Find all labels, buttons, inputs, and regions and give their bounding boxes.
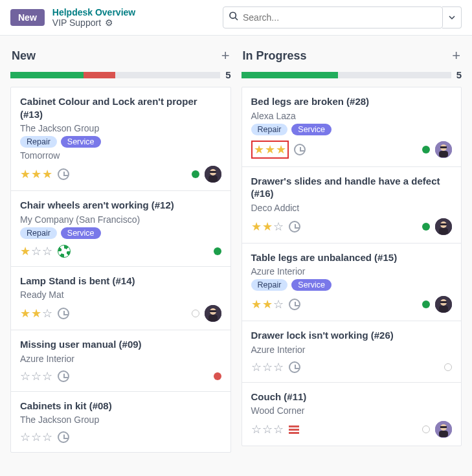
tag-service[interactable]: Service — [61, 136, 101, 148]
star-icon[interactable]: ☆ — [251, 422, 262, 436]
star-icon[interactable]: ★ — [251, 220, 262, 234]
star-icon[interactable]: ★ — [262, 297, 273, 312]
kanban-card[interactable]: Table legs are unbalanced (#15) Azure In… — [242, 244, 462, 322]
star-icon[interactable]: ★ — [251, 297, 262, 312]
clock-icon[interactable] — [294, 144, 306, 155]
star-icon[interactable]: ★ — [254, 142, 264, 157]
star-icon[interactable]: ☆ — [20, 430, 30, 444]
card-title[interactable]: Missing user manual (#09) — [20, 338, 221, 351]
tag-service[interactable]: Service — [61, 227, 101, 239]
star-icon[interactable]: ☆ — [262, 360, 273, 374]
tag-repair[interactable]: Repair — [20, 227, 57, 239]
star-icon[interactable]: ☆ — [273, 422, 284, 436]
star-icon[interactable]: ☆ — [273, 360, 284, 374]
sla-icon[interactable] — [58, 245, 71, 258]
card-title[interactable]: Chair wheels aren't working (#12) — [20, 199, 221, 212]
card-title[interactable]: Drawer's slides and handle have a defect… — [251, 175, 453, 200]
star-icon[interactable]: ☆ — [42, 306, 52, 321]
tag-service[interactable]: Service — [291, 124, 332, 135]
card-title[interactable]: Cabinets in kit (#08) — [20, 400, 221, 413]
activity-bars-icon[interactable] — [289, 425, 299, 434]
star-icon[interactable]: ☆ — [31, 244, 41, 258]
kanban-card[interactable]: Cabinet Colour and Lock aren't proper (#… — [11, 87, 230, 191]
priority-stars[interactable]: ★★☆ — [251, 297, 284, 312]
assignee-avatar[interactable] — [435, 421, 452, 438]
star-icon[interactable]: ★ — [262, 220, 273, 234]
card-title[interactable]: Lamp Stand is bent (#14) — [20, 275, 221, 288]
kanban-card[interactable]: Cabinets in kit (#08) The Jackson Group … — [11, 392, 230, 453]
card-title[interactable]: Couch (#11) — [251, 391, 453, 403]
priority-stars[interactable]: ★★☆ — [20, 306, 52, 321]
card-title[interactable]: Table legs are unbalanced (#15) — [251, 251, 453, 264]
clock-icon[interactable] — [289, 221, 300, 232]
priority-stars[interactable]: ☆☆☆ — [20, 430, 52, 444]
add-card-button[interactable]: + — [221, 47, 230, 64]
search-box[interactable] — [223, 6, 443, 28]
priority-stars[interactable]: ★★★ — [254, 142, 286, 157]
assignee-avatar[interactable] — [435, 141, 452, 158]
star-icon[interactable]: ☆ — [273, 297, 284, 312]
state-dot[interactable] — [214, 372, 221, 380]
assignee-avatar[interactable] — [205, 166, 221, 183]
priority-stars[interactable]: ★☆☆ — [20, 244, 52, 258]
tag-repair[interactable]: Repair — [251, 279, 288, 291]
kanban-card[interactable]: Drawer's slides and handle have a defect… — [242, 167, 462, 244]
star-icon[interactable]: ★ — [42, 167, 52, 181]
card-title[interactable]: Bed legs are broken (#28) — [251, 95, 453, 108]
star-icon[interactable]: ★ — [20, 244, 30, 258]
tag-repair[interactable]: Repair — [251, 124, 288, 135]
star-icon[interactable]: ☆ — [262, 422, 273, 436]
kanban-card[interactable]: Couch (#11) Wood Corner ☆☆☆ — [242, 383, 462, 446]
clock-icon[interactable] — [58, 431, 69, 443]
clock-icon[interactable] — [289, 361, 300, 373]
kanban-card[interactable]: Chair wheels aren't working (#12) My Com… — [11, 191, 230, 267]
priority-stars[interactable]: ★★☆ — [251, 220, 284, 234]
clock-icon[interactable] — [58, 168, 69, 180]
clock-icon[interactable] — [58, 308, 69, 319]
state-dot[interactable] — [192, 170, 199, 178]
priority-stars[interactable]: ☆☆☆ — [251, 360, 284, 374]
star-icon[interactable]: ★ — [20, 306, 30, 321]
star-icon[interactable]: ☆ — [31, 369, 41, 383]
clock-icon[interactable] — [289, 299, 300, 310]
kanban-card[interactable]: Missing user manual (#09) Azure Interior… — [11, 330, 230, 392]
star-icon[interactable]: ★ — [31, 167, 41, 181]
priority-stars[interactable]: ☆☆☆ — [251, 422, 284, 436]
assignee-avatar[interactable] — [205, 305, 221, 322]
search-input[interactable] — [243, 12, 437, 23]
star-icon[interactable]: ★ — [276, 142, 286, 157]
assignee-avatar[interactable] — [435, 218, 452, 235]
star-icon[interactable]: ☆ — [20, 369, 30, 383]
star-icon[interactable]: ☆ — [42, 244, 52, 258]
star-icon[interactable]: ☆ — [273, 220, 284, 234]
state-dot[interactable] — [422, 146, 430, 153]
state-dot[interactable] — [422, 425, 430, 433]
assignee-avatar[interactable] — [435, 296, 452, 313]
state-dot[interactable] — [214, 247, 221, 255]
star-icon[interactable]: ★ — [31, 306, 41, 321]
priority-stars[interactable]: ★★★ — [20, 167, 52, 181]
search-dropdown-button[interactable] — [442, 6, 462, 28]
add-card-button[interactable]: + — [452, 47, 460, 64]
star-icon[interactable]: ☆ — [251, 360, 262, 374]
state-dot[interactable] — [444, 363, 452, 371]
star-icon[interactable]: ☆ — [42, 369, 52, 383]
star-icon[interactable]: ☆ — [31, 430, 41, 444]
star-icon[interactable]: ☆ — [42, 430, 52, 444]
tag-repair[interactable]: Repair — [20, 136, 57, 148]
priority-stars[interactable]: ☆☆☆ — [20, 369, 52, 383]
state-dot[interactable] — [192, 310, 199, 317]
card-title[interactable]: Cabinet Colour and Lock aren't proper (#… — [20, 95, 221, 120]
state-dot[interactable] — [422, 300, 430, 308]
kanban-card[interactable]: Drawer lock isn't working (#26) Azure In… — [242, 321, 462, 383]
card-title[interactable]: Drawer lock isn't working (#26) — [251, 329, 453, 342]
state-dot[interactable] — [422, 223, 430, 231]
new-record-button[interactable]: New — [10, 9, 45, 26]
tag-service[interactable]: Service — [291, 279, 332, 291]
star-icon[interactable]: ★ — [265, 142, 275, 157]
clock-icon[interactable] — [58, 370, 69, 382]
kanban-card[interactable]: Lamp Stand is bent (#14) Ready Mat ★★☆ — [11, 267, 230, 331]
kanban-card[interactable]: Bed legs are broken (#28) Alexa Laza Rep… — [242, 87, 462, 167]
gear-icon[interactable]: ⚙ — [105, 17, 113, 28]
breadcrumb-link-overview[interactable]: Helpdesk Overview — [52, 7, 135, 17]
